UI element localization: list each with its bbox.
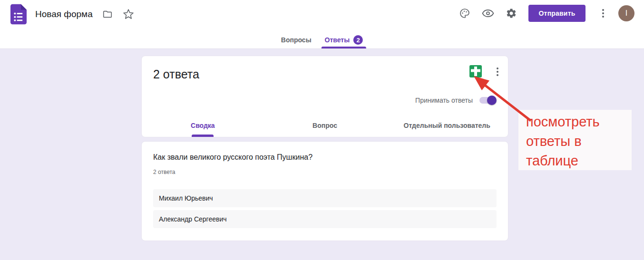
form-title[interactable]: Новая форма [35,9,93,19]
question-summary-card: Как звали великого русского поэта Пушкин… [141,141,508,241]
tab-question-view[interactable]: Вопрос [264,114,386,137]
palette-theme-icon[interactable] [459,7,471,19]
tab-summary-label: Сводка [191,122,215,129]
answer-row: Михаил Юрьевич [153,189,497,207]
star-icon[interactable] [122,8,135,20]
tab-individual[interactable]: Отдельный пользователь [386,114,508,137]
header-left-group: Новая форма [10,4,135,25]
question-text: Как звали великого русского поэта Пушкин… [153,153,497,162]
responses-main-area: 2 ответа Принимать ответы [0,48,644,260]
annotation-note-box: посмотреть ответы в таблице [518,110,632,170]
responses-view-tabs: Сводка Вопрос Отдельный пользователь [142,114,508,137]
tab-summary[interactable]: Сводка [142,114,264,137]
annotation-line-1: посмотреть [526,112,632,132]
toggle-thumb [487,96,497,105]
responses-card-actions [469,65,500,78]
google-forms-responses-screen: Новая форма [0,0,644,260]
annotation-line-3: таблице [526,151,632,171]
toggle-switch-on[interactable] [479,96,497,105]
settings-gear-icon[interactable] [505,7,517,19]
question-responses-count: 2 ответа [153,169,497,175]
tab-individual-label: Отдельный пользователь [404,122,490,129]
accepting-responses-label: Принимать ответы [415,96,473,104]
answers-count-badge: 2 [353,35,363,45]
responses-count-title: 2 ответа [153,67,199,81]
header-more-options-icon[interactable] [600,7,606,19]
annotation-line-2: ответы в [526,132,632,151]
annotation-text: посмотреть ответы в таблице [518,110,632,171]
tab-questions-label: Вопросы [281,36,312,44]
send-button[interactable]: Отправить [528,5,585,22]
tab-questions[interactable]: Вопросы [281,31,312,48]
tab-answers[interactable]: Ответы 2 [325,31,363,48]
move-to-folder-icon[interactable] [101,8,114,20]
preview-eye-icon[interactable] [482,7,494,19]
create-spreadsheet-icon[interactable] [469,65,482,77]
responses-more-options-icon[interactable] [495,66,500,78]
form-nav-tabs: Вопросы Ответы 2 [281,31,363,48]
answers-list: Михаил Юрьевич Александр Сергеевич [153,189,497,228]
account-avatar[interactable]: I [618,5,634,21]
responses-card: 2 ответа Принимать ответы [141,56,508,137]
answer-row: Александр Сергеевич [153,210,497,228]
app-header: Новая форма [0,0,644,48]
tab-question-view-label: Вопрос [312,122,337,129]
tab-answers-label: Ответы [325,36,350,44]
accepting-responses-toggle[interactable]: Принимать ответы [415,96,497,105]
header-right-group: Отправить I [459,5,634,22]
google-forms-logo-icon[interactable] [10,4,27,25]
